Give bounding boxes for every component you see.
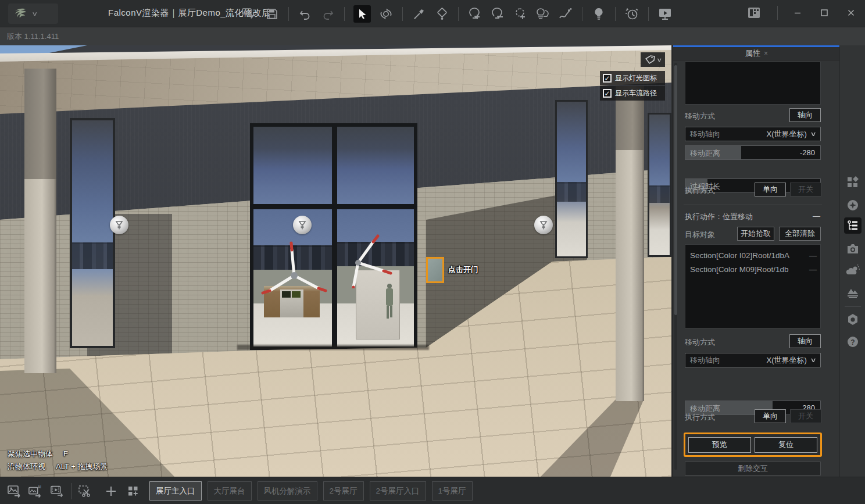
redo-icon[interactable] (320, 6, 335, 22)
viewport-3d[interactable]: 点击开门 ∨ ✓ 显示灯光图标 ✓ 显示车流路径 聚焦选中物体F 沿物体环视AL… (0, 45, 671, 477)
weather-icon[interactable] (844, 263, 862, 279)
checkbox-label: 显示灯光图标 (615, 73, 657, 83)
clip-cut-icon[interactable] (77, 484, 92, 499)
camera-icon[interactable] (844, 241, 862, 257)
minimize-button[interactable] (789, 5, 806, 21)
properties-panel: 属性 × 移动方式 轴向 移动轴向 X(世界坐标) ∨ 移动距离 -280 过程… (673, 45, 839, 477)
view-button-turbine-demo[interactable]: 风机分解演示 (258, 481, 317, 501)
terrain-icon[interactable] (844, 285, 862, 301)
exec-oneway-button[interactable]: 单向 (755, 409, 786, 423)
checkbox-icon[interactable]: ✓ (603, 74, 612, 83)
view-button-hall1[interactable]: 1号展厅 (432, 481, 473, 501)
close-button[interactable] (843, 5, 859, 21)
undo-icon[interactable] (298, 6, 313, 22)
scene-glass-doors[interactable] (250, 123, 417, 350)
checkbox-icon[interactable]: ✓ (603, 89, 612, 98)
view-bookmark-bar: 展厅主入口 大厅展台 风机分解演示 2号展厅 2号展厅入口 1号展厅 (149, 481, 473, 501)
remove-target-icon[interactable]: — (809, 251, 817, 260)
clear-all-button[interactable]: 全部清除 (779, 227, 821, 241)
chevron-down-icon: ∨ (656, 57, 662, 63)
layout-grid-icon[interactable] (746, 5, 762, 21)
move-mode-label: 移动方式 (685, 111, 715, 121)
light-remove-icon[interactable] (490, 6, 505, 22)
light-add-icon[interactable] (467, 6, 482, 22)
view-button-main-entrance[interactable]: 展厅主入口 (149, 481, 202, 501)
export-ai-image-icon[interactable]: AI (28, 484, 43, 499)
move-mode-button[interactable]: 轴向 (789, 334, 821, 348)
export-image-icon[interactable] (7, 484, 22, 499)
path-icon[interactable] (558, 6, 573, 22)
add-view-icon[interactable] (103, 484, 119, 499)
remove-target-icon[interactable]: — (809, 265, 817, 274)
move-axis-select[interactable]: 移动轴向 X(世界坐标) ∨ (685, 353, 821, 367)
tag-options-button[interactable]: ∨ (641, 52, 665, 67)
chevron-down-icon: ∨ (810, 356, 816, 364)
save-icon[interactable] (264, 6, 280, 22)
svg-text:EXE: EXE (244, 10, 252, 14)
hierarchy-panel-icon[interactable] (844, 217, 862, 234)
exec-oneway-button[interactable]: 单向 (755, 183, 786, 196)
assets-blocks-icon[interactable] (844, 174, 862, 191)
chevron-down-icon: ∨ (810, 130, 816, 138)
svg-text:?: ? (850, 338, 855, 346)
checkbox-show-light-icons[interactable]: ✓ 显示灯光图标 (600, 71, 665, 85)
export-video-icon[interactable] (50, 484, 65, 499)
app-window: ∨ FalconV渲染器｜展厅Demo_流化修改后 EXE (0, 0, 865, 504)
eyedropper-icon[interactable] (412, 6, 427, 22)
view-button-hall2-entrance[interactable]: 2号展厅入口 (370, 481, 426, 501)
collapse-section-icon[interactable]: — (813, 212, 820, 220)
settings-gear-icon[interactable] (844, 312, 862, 328)
bottom-bar: AI 展厅主入口 大厅展台 风机分解演示 2号展厅 2号展厅入口 1号展厅 (0, 477, 865, 504)
exec-toggle-button[interactable]: 开关 (790, 409, 821, 423)
start-pick-button[interactable]: 开始拾取 (737, 227, 774, 241)
scene-turbine-model-2 (337, 230, 393, 288)
paint-icon[interactable] (434, 6, 449, 22)
app-menu-button[interactable]: ∨ (8, 3, 58, 24)
reset-button[interactable]: 复位 (755, 437, 817, 453)
move-mode-button[interactable]: 轴向 (789, 108, 821, 122)
timer-icon[interactable] (624, 6, 639, 22)
move-mode-label: 移动方式 (685, 337, 715, 348)
door-sign-label: 点击开门 (448, 264, 478, 275)
presentation-icon[interactable] (657, 6, 673, 22)
target-list-item[interactable]: Section[Color I02]Root/1dbA — (690, 248, 817, 262)
falconv-logo-icon (13, 6, 28, 22)
export-exe-icon[interactable]: EXE (242, 6, 257, 22)
panel-scrollbar[interactable] (674, 63, 677, 470)
target-list-partial[interactable] (685, 62, 821, 105)
target-list-item[interactable]: Section[Color M09]Root/1db — (690, 262, 817, 276)
light-billboard-icon[interactable] (110, 216, 128, 234)
version-bar: 版本 1.11.1.411 (0, 27, 865, 45)
scene-person (385, 284, 394, 319)
preview-button[interactable]: 预览 (688, 437, 751, 453)
maximize-button[interactable] (816, 5, 832, 21)
target-list[interactable]: Section[Color I02]Root/1dbA — Section[Co… (685, 244, 821, 328)
delete-interaction-button[interactable]: 删除交互 (685, 462, 821, 476)
tag-icon (645, 55, 655, 65)
help-icon[interactable]: ? (844, 334, 862, 350)
grid-add-icon[interactable] (126, 484, 141, 499)
move-axis-select[interactable]: 移动轴向 X(世界坐标) ∨ (685, 127, 821, 141)
orbit-icon[interactable] (378, 6, 394, 22)
door-open-trigger[interactable] (426, 257, 444, 283)
light-pick-icon[interactable] (513, 6, 528, 22)
scene-window-left (70, 118, 115, 348)
bulb-icon[interactable] (591, 6, 606, 22)
panel-close-icon[interactable]: × (764, 49, 768, 58)
light-group-icon[interactable] (535, 6, 551, 22)
exec-toggle-button[interactable]: 开关 (790, 183, 821, 196)
light-billboard-icon[interactable] (293, 216, 312, 234)
panel-header[interactable]: 属性 × (673, 45, 840, 60)
select-cursor-icon[interactable] (353, 5, 371, 23)
title-bar: ∨ FalconV渲染器｜展厅Demo_流化修改后 EXE (0, 0, 865, 27)
view-button-lobby-stand[interactable]: 大厅展台 (208, 481, 252, 501)
hint-focus: 聚焦选中物体F (8, 449, 68, 459)
checkbox-show-traffic-paths[interactable]: ✓ 显示车流路径 (600, 86, 665, 101)
light-billboard-icon[interactable] (534, 216, 553, 234)
view-button-hall2[interactable]: 2号展厅 (323, 481, 364, 501)
scene-shadow (237, 345, 429, 350)
move-distance-input[interactable]: 移动距离 -280 (685, 145, 821, 160)
svg-text:AI: AI (38, 485, 41, 489)
effects-sphere-icon[interactable] (844, 197, 862, 213)
exec-mode-label: 执行方式 (685, 412, 715, 423)
